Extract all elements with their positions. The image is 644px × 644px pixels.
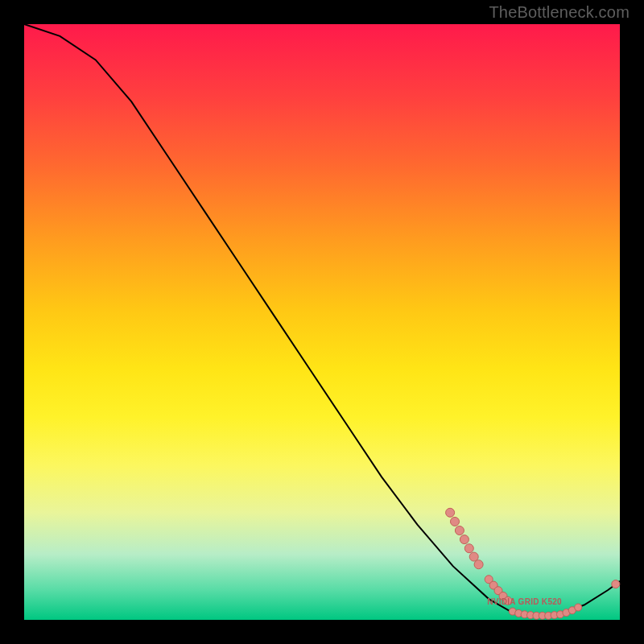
data-point [469,552,478,561]
attribution-text: TheBottleneck.com [489,3,630,22]
data-point [612,580,620,588]
data-point [474,560,483,569]
chart-svg: NVIDIA GRID K520 [24,24,620,620]
series-label: NVIDIA GRID K520 [487,597,562,606]
labels-layer: NVIDIA GRID K520 [487,597,562,606]
data-point [451,517,460,526]
data-point [464,544,473,553]
plot-area: NVIDIA GRID K520 [24,24,620,620]
bottleneck-curve [24,24,620,617]
chart-frame: TheBottleneck.com NVIDIA GRID K520 [0,0,644,644]
data-point [460,535,469,544]
data-point [446,508,455,517]
curve-layer [24,24,620,617]
data-point [575,604,582,611]
data-point [455,526,464,535]
